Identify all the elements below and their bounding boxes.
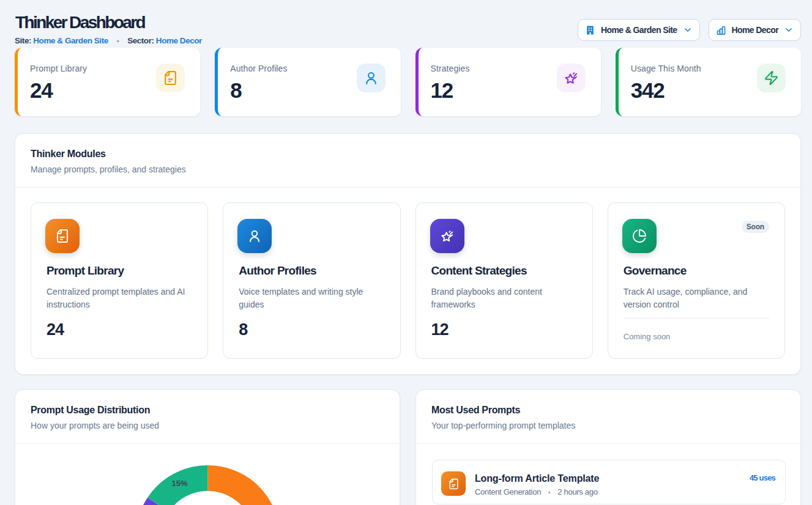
svg-text:15%: 15% <box>171 479 187 488</box>
